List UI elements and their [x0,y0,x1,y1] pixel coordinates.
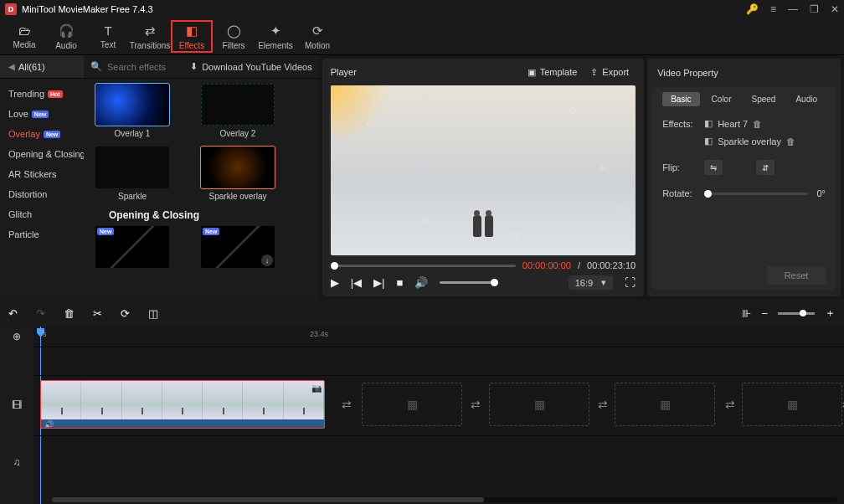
video-track-icon[interactable]: 🎞 [0,375,33,435]
time-sep: / [578,260,580,270]
fullscreen-button[interactable]: ⛶ [625,276,636,289]
effects-categories: Trending HotLove NewOverlay NewOpening &… [0,79,84,300]
split-button[interactable]: ✂ [93,307,102,320]
seek-bar[interactable] [331,265,516,267]
toolbar-audio[interactable]: 🎧Audio [45,18,87,54]
audio-track[interactable] [33,435,844,489]
category-love[interactable]: Love New [0,104,84,124]
toolbar-filters[interactable]: ◯Filters [213,18,255,54]
new-badge: New [44,131,60,138]
flip-horizontal-button[interactable]: ⇋ [704,160,723,175]
upgrade-key-icon[interactable]: 🔑 [746,3,759,15]
empty-clip-slot[interactable]: ▦ [362,383,462,426]
volume-icon[interactable]: 🔊 [414,276,428,289]
rotate-value: 0° [816,188,826,198]
delete-button[interactable]: 🗑 [64,307,75,320]
zoom-in-button[interactable]: ＋ [825,306,836,321]
tab-speed[interactable]: Speed [744,92,785,106]
zoom-slider[interactable] [778,312,815,315]
toolbar-motion[interactable]: ⟳Motion [296,18,338,54]
next-frame-button[interactable]: ▶| [373,276,384,289]
zoom-out-button[interactable]: − [761,307,768,320]
undo-button[interactable]: ↶ [8,307,18,320]
category-glitch[interactable]: Glitch [0,204,84,224]
effect-tile[interactable]: Overlay 2 [198,84,278,138]
tab-color[interactable]: Color [703,92,740,106]
crop-button[interactable]: ◫ [148,307,158,320]
template-icon: ▣ [528,67,536,78]
main-toolbar: 🗁Media🎧AudioTText⇄Transitions◧Effects◯Fi… [0,18,844,55]
download-icon: ⬇ [190,61,198,72]
toolbar-effects[interactable]: ◧Effects [171,20,213,53]
effects-panel: ◀ All(61) 🔍 Search effects ⬇ Download Yo… [0,55,319,300]
effect-tile[interactable]: Sparkle overlay [198,147,278,201]
category-trending[interactable]: Trending Hot [0,84,84,104]
timeline-ruler[interactable]: 0s 23.4s [33,327,844,347]
transition-slot[interactable]: ⇄ [466,394,486,414]
volume-slider[interactable] [440,281,498,284]
rotate-slider[interactable] [704,193,808,195]
new-badge: New [32,111,49,118]
toolbar-label: Motion [305,41,330,50]
empty-clip-slot[interactable]: ▦ [742,383,842,426]
export-button[interactable]: ⇪Export [584,64,636,80]
transition-slot[interactable]: ⇄ [720,394,740,414]
tab-basic[interactable]: Basic [662,92,699,106]
reset-button[interactable]: Reset [767,266,826,285]
applied-effect: ◧ Heart 7 🗑 [704,118,762,129]
toolbar-transitions[interactable]: ⇄Transitions [129,18,171,54]
video-track[interactable]: 🔊 📷 ▦▦▦▦⇄⇄⇄⇄⇄ [33,375,844,435]
category-particle[interactable]: Particle [0,224,84,244]
transition-slot[interactable]: ⇄ [337,394,357,414]
timeline-settings-icon[interactable]: ⊪ [742,307,751,320]
toolbar-text[interactable]: TText [87,18,129,54]
stop-button[interactable]: ■ [396,276,403,289]
play-button[interactable]: ▶ [331,276,339,289]
effect-tile[interactable]: Overlay 1 [92,84,172,138]
aspect-ratio-dropdown[interactable]: 16:9▾ [569,275,613,290]
aspect-value: 16:9 [575,278,593,288]
effects-all-button[interactable]: ◀ All(61) [0,55,84,78]
chevron-left-icon: ◀ [8,62,15,71]
audio-track-icon[interactable]: ♫ [0,435,33,489]
effect-tile[interactable]: New [92,226,172,268]
category-label: Opening & Closing [8,149,84,159]
minimize-button[interactable]: — [788,3,798,15]
menu-icon[interactable]: ≡ [770,3,776,15]
delete-effect-button[interactable]: 🗑 [753,119,762,129]
prev-frame-button[interactable]: |◀ [351,276,362,289]
effect-tile[interactable]: New↓ [198,226,278,268]
horizontal-scrollbar[interactable] [52,497,837,502]
category-overlay[interactable]: Overlay New [0,124,84,144]
tab-audio[interactable]: Audio [787,92,826,106]
video-preview[interactable]: ♡ ♡ ♡ ♡ ♡ ♡ [331,85,636,255]
property-panel: Video Property BasicColorSpeedAudio Effe… [647,59,841,296]
download-youtube-link[interactable]: ⬇ Download YouTube Videos [183,61,319,72]
category-opening-closing[interactable]: Opening & Closing [0,144,84,164]
empty-clip-slot[interactable]: ▦ [615,383,715,426]
video-clip[interactable]: 🔊 📷 [40,380,325,429]
empty-clip-slot[interactable]: ▦ [489,383,589,426]
timeline-area[interactable]: 0s 23.4s 🔊 📷 ▦▦▦▦⇄⇄⇄⇄⇄ [33,327,844,504]
elements-icon: ✦ [270,23,281,39]
speaker-icon: 🔊 [44,420,54,429]
motion-icon: ⟳ [312,23,323,39]
flip-vertical-button[interactable]: ⇵ [756,160,775,175]
maximize-button[interactable]: ❐ [810,3,819,15]
delete-effect-button[interactable]: 🗑 [786,136,795,147]
transition-slot[interactable]: ⇄ [837,394,844,414]
close-button[interactable]: ✕ [831,3,839,15]
speed-button[interactable]: ⟳ [121,307,130,320]
toolbar-media[interactable]: 🗁Media [3,18,45,54]
transition-slot[interactable]: ⇄ [593,394,613,414]
template-button[interactable]: ▣Template [521,64,584,80]
toolbar-elements[interactable]: ✦Elements [255,18,296,54]
redo-button[interactable]: ↷ [36,307,45,320]
download-badge-icon[interactable]: ↓ [261,255,273,266]
category-label: Love [8,109,28,119]
effect-tile[interactable]: Sparkle [92,147,172,201]
category-distortion[interactable]: Distortion [0,184,84,204]
category-ar-stickers[interactable]: AR Stickers [0,164,84,184]
add-track-button[interactable]: ⊕ [0,327,33,347]
effects-search[interactable]: 🔍 Search effects [84,61,183,72]
